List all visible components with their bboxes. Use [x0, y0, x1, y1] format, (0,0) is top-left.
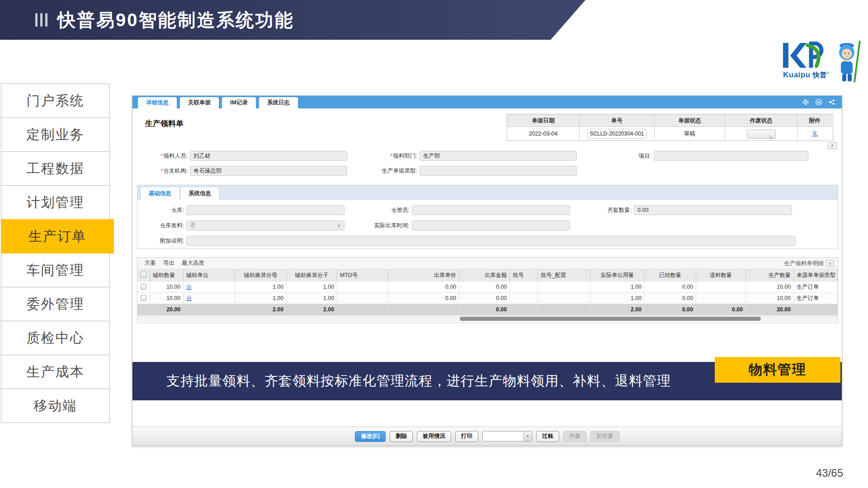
grid-cell: 2.00: [235, 304, 287, 315]
info-header-cell: 作废状态: [725, 114, 797, 127]
grid-cell: [137, 282, 150, 292]
grid-header-cell: 批号_配置: [538, 269, 590, 281]
mascot-monkey: [835, 40, 864, 84]
sidebar-item[interactable]: 计划管理: [1, 185, 110, 220]
sidebar-item[interactable]: 生产成本: [1, 355, 110, 389]
toolbar-button[interactable]: 删除: [390, 431, 413, 442]
grid-cell: [337, 282, 388, 292]
toolbar-button[interactable]: 打印: [455, 431, 478, 442]
svg-text:IM: IM: [817, 101, 820, 104]
void-status-select[interactable]: ∨: [747, 130, 776, 139]
banner-text: 支持批量领料、齐套领料按标准化管理流程，进行生产物料领用、补料、退料管理: [166, 362, 671, 400]
required-marker: *: [391, 153, 393, 159]
print-template-dropdown[interactable]: ▼: [482, 431, 532, 441]
select-all-checkbox[interactable]: [141, 272, 146, 277]
unit-link[interactable]: 台: [186, 295, 192, 301]
grid-header-cell: 辅助单位: [184, 269, 235, 281]
info-header-cell: 单据日期: [507, 114, 580, 127]
grid-header-cell: 生产数量: [746, 269, 794, 281]
app-tab[interactable]: 关联单据: [180, 97, 219, 108]
sidebar-item[interactable]: 生产订单: [1, 219, 114, 253]
row-checkbox[interactable]: [141, 295, 146, 301]
field-label-branch: *分支机构:: [132, 166, 188, 176]
slide-title: 快普易90智能制造系统功能: [57, 8, 294, 33]
grid-max-height-link[interactable]: 最大高度: [182, 259, 204, 267]
sidebar-item[interactable]: 质检中心: [1, 321, 110, 355]
sidebar-item[interactable]: 定制业务: [1, 117, 110, 152]
subtab-basic-info[interactable]: 基础信息: [141, 188, 179, 200]
project-input[interactable]: [654, 151, 808, 161]
attachment-link[interactable]: 无: [812, 131, 818, 137]
sidebar-item[interactable]: 车间管理: [1, 253, 110, 287]
chevron-down-icon: ∨: [337, 221, 341, 230]
grid-toolbar: 方案 导出 最大高度 生产领料单明细 ∧: [137, 258, 838, 269]
form-title: 生产领料单: [145, 118, 184, 129]
subtab-strip: 基础信息 系统信息: [137, 185, 838, 200]
grid-export-link[interactable]: 导出: [163, 259, 175, 267]
sidebar-item[interactable]: 委外管理: [1, 287, 110, 321]
detail-grid-group: 方案 导出 最大高度 生产领料单明细 ∧ 辅助数量辅助单位辅助换算分母辅助换算分…: [137, 257, 838, 323]
grid-cell: [184, 304, 235, 315]
grid-cell: 0.00: [645, 304, 696, 315]
unit-link[interactable]: 台: [186, 284, 192, 290]
action-toolbar: 修改(E)删除被用情况打印▼过账作废反作废: [132, 427, 842, 446]
window-icons: IM: [802, 96, 835, 108]
picker-input[interactable]: 刘乙材: [190, 151, 347, 161]
field-label-keeper: 仓管员:: [350, 205, 410, 215]
im-icon[interactable]: IM: [815, 99, 822, 106]
share-icon[interactable]: [828, 99, 835, 106]
wh-issue-select[interactable]: 否∨: [186, 221, 344, 230]
collapse-header-button[interactable]: ∧: [828, 142, 837, 149]
field-label-warehouse: 仓库:: [137, 205, 184, 215]
toolbar-button[interactable]: 过账: [536, 431, 559, 442]
collapse-window-icon[interactable]: [802, 99, 809, 106]
grid-data-row: 10.00台1.001.000.000.001.000.0010.00生产订单: [137, 293, 838, 304]
row-checkbox[interactable]: [141, 284, 146, 290]
branch-input[interactable]: 奇石缘总部: [190, 166, 347, 176]
grid-cell: 1.00: [235, 293, 287, 304]
grid-header-cell: 辅助数量: [150, 269, 184, 281]
grid-cell: 2.00: [590, 304, 645, 315]
grid-header-cell: 出库金额: [459, 269, 510, 281]
subtab-system-info[interactable]: 系统信息: [181, 188, 219, 200]
app-window: 详细信息关联单据IM记录系统日志 IM 生产领料单 单据日期单号单据状态作废状态…: [132, 95, 842, 446]
grid-summary-row: 20.002.002.000.002.000.000.0020.00: [137, 304, 838, 315]
app-tab[interactable]: 系统日志: [259, 97, 298, 108]
basic-info-group: 基础信息 系统信息 仓库: 仓管员: 齐套数量: 0.00 仓库发料: 否∨ 实…: [137, 185, 838, 249]
keeper-input[interactable]: [412, 205, 570, 215]
grid-header-cell: [137, 269, 150, 281]
grid-cell: [538, 293, 590, 304]
app-tabbar: 详细信息关联单据IM记录系统日志: [132, 96, 842, 108]
app-tab[interactable]: 详细信息: [138, 97, 177, 108]
sidebar-item[interactable]: 门户系统: [1, 84, 110, 118]
field-label-order-type: 生产单据类型:: [349, 166, 417, 176]
order-type-input[interactable]: [420, 166, 577, 176]
field-label-picker: *领料人员:: [132, 151, 188, 161]
grid-cell: [510, 304, 538, 315]
sidebar-item[interactable]: 工程数据: [1, 151, 110, 186]
info-value-cell: 无: [797, 127, 832, 141]
page-number: 43/65: [816, 467, 843, 479]
info-value-cell: 草稿: [655, 127, 725, 141]
sidebar-item[interactable]: 移动端: [1, 389, 110, 423]
grid-header-cell: 来源单单据类型: [794, 269, 838, 281]
out-time-input[interactable]: [412, 221, 570, 230]
brand-text: Kuaipu 快普®: [783, 70, 830, 80]
grid-cell: [137, 304, 150, 315]
scrollbar-thumb[interactable]: [460, 317, 761, 321]
grid-header-cell: 出库单价: [388, 269, 459, 281]
grid-cell: 10.00: [150, 293, 184, 304]
kit-qty-input[interactable]: 0.00: [634, 205, 792, 215]
grid-cell: 1.00: [287, 282, 337, 292]
grid-cell: [137, 293, 150, 304]
toolbar-button[interactable]: 被用情况: [417, 431, 451, 442]
dept-input[interactable]: 生产部: [420, 151, 577, 161]
collapse-grid-button[interactable]: ∧: [826, 260, 834, 267]
toolbar-button[interactable]: 修改(E): [355, 431, 386, 442]
grid-cell: 0.00: [696, 304, 746, 315]
grid-plan-link[interactable]: 方案: [145, 259, 156, 267]
app-tab[interactable]: IM记录: [222, 97, 256, 108]
note-input[interactable]: [186, 236, 796, 246]
grid-cell: 0.00: [388, 293, 459, 304]
warehouse-input[interactable]: [186, 205, 344, 215]
